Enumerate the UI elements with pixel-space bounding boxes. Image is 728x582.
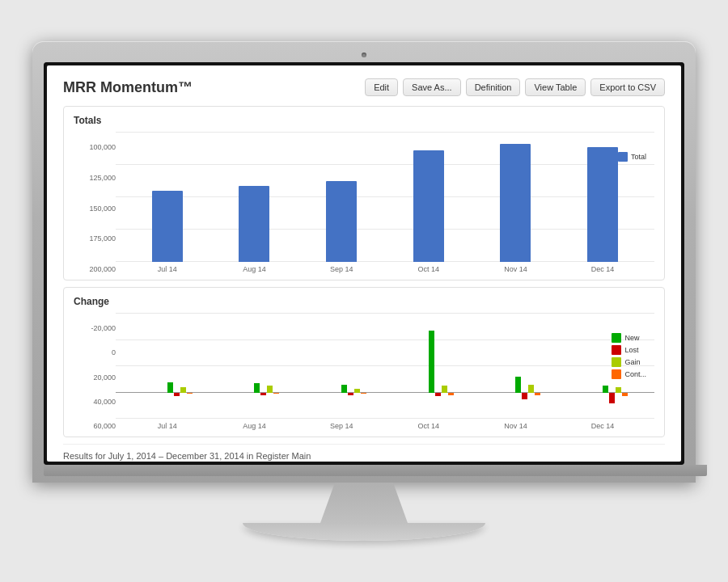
totals-y-label: 175,000 [74, 235, 116, 242]
view-table-button[interactable]: View Table [525, 78, 586, 96]
totals-bars-container [116, 133, 654, 262]
totals-chart-plot [116, 133, 654, 262]
change-bar-cont [622, 393, 628, 397]
monitor-body: MRR Momentum™ Edit Save As... Definition… [32, 41, 696, 483]
totals-chart-inner: 200,000175,000150,000125,000100,000 Jul … [74, 133, 654, 273]
totals-bar [413, 150, 444, 262]
totals-bar-group [239, 186, 269, 262]
change-legend-item: Lost [612, 345, 646, 355]
change-x-labels: Jul 14Aug 14Sep 14Oct 14Nov 14Dec 14 [116, 422, 654, 430]
save-as-button[interactable]: Save As... [403, 78, 461, 96]
change-bar-lost [522, 393, 527, 399]
totals-bar [326, 181, 357, 262]
change-bars-container [116, 314, 654, 419]
change-x-label: Dec 14 [578, 422, 627, 430]
totals-x-label: Nov 14 [491, 265, 540, 273]
change-bar-gain [616, 387, 621, 393]
change-legend-label: Gain [624, 358, 640, 366]
change-y-label: 0 [74, 349, 116, 356]
change-bar-gain [267, 386, 273, 392]
stand-base [243, 523, 485, 541]
totals-chart-title: Totals [74, 115, 654, 126]
change-bar-lost [174, 393, 180, 397]
export-csv-button[interactable]: Export to CSV [590, 78, 665, 96]
totals-x-label: Oct 14 [404, 265, 453, 273]
change-bar-gain [528, 385, 534, 393]
change-chart-section: Change 60,00040,00020,0000-20,000 Jul 14… [63, 287, 665, 437]
change-y-label: 60,000 [74, 423, 116, 430]
change-y-label: 20,000 [74, 374, 116, 382]
change-bar-lost [609, 393, 615, 403]
change-bar-gain [442, 386, 447, 392]
totals-y-axis: 200,000175,000150,000125,000100,000 [74, 144, 116, 273]
change-x-label: Jul 14 [143, 422, 192, 430]
totals-y-label: 100,000 [74, 144, 116, 151]
totals-legend-label: Total [631, 153, 646, 161]
totals-bar [239, 186, 269, 262]
change-bar-new [603, 386, 608, 392]
change-legend-label: Cont... [624, 370, 646, 378]
edit-button[interactable]: Edit [365, 78, 398, 96]
charts-area: Totals 200,000175,000150,000125,000100,0… [63, 106, 665, 437]
change-bar-new [254, 383, 260, 392]
change-bar-new [167, 382, 173, 393]
totals-chart-section: Totals 200,000175,000150,000125,000100,0… [63, 106, 665, 280]
camera-dot [362, 53, 366, 57]
change-bar-cont [535, 393, 540, 395]
definition-button[interactable]: Definition [466, 78, 521, 96]
totals-x-label: Dec 14 [578, 265, 627, 273]
screen-bezel: MRR Momentum™ Edit Save As... Definition… [44, 62, 684, 465]
change-bar-new [341, 385, 347, 393]
change-x-label: Nov 14 [491, 422, 540, 430]
totals-y-label: 200,000 [74, 266, 116, 273]
totals-bar [500, 144, 531, 262]
totals-bar [587, 147, 618, 262]
change-chart-plot [116, 314, 654, 419]
change-bar-new [429, 331, 434, 392]
totals-bar-group [413, 150, 444, 262]
totals-bar-group [152, 191, 183, 262]
change-bar-new [515, 377, 521, 393]
change-legend-color [612, 333, 621, 343]
app-header: MRR Momentum™ Edit Save As... Definition… [63, 78, 665, 96]
change-legend-item: Gain [612, 357, 646, 367]
change-legend: NewLostGainCont... [612, 333, 646, 379]
totals-x-label: Jul 14 [143, 265, 192, 273]
totals-y-label: 150,000 [74, 205, 116, 213]
change-x-label: Oct 14 [404, 422, 453, 430]
totals-legend-item: Total [618, 152, 646, 162]
app-title: MRR Momentum™ [63, 79, 193, 96]
change-bar-cont [361, 393, 366, 394]
monitor-wrapper: MRR Momentum™ Edit Save As... Definition… [32, 41, 696, 541]
totals-bar-group [587, 147, 618, 262]
totals-bar [152, 191, 183, 262]
app-container: MRR Momentum™ Edit Save As... Definition… [47, 65, 681, 462]
change-legend-item: Cont... [612, 369, 646, 379]
change-bar-cont [273, 393, 279, 394]
monitor-bottom [44, 465, 707, 476]
change-legend-color [612, 357, 621, 367]
change-bar-gain [180, 387, 186, 393]
totals-legend: Total [618, 152, 646, 162]
change-bar-lost [348, 393, 353, 395]
change-y-axis: 60,00040,00020,0000-20,000 [74, 325, 116, 430]
change-x-label: Aug 14 [230, 422, 278, 430]
change-bar-gain [354, 389, 360, 393]
stand-neck [315, 483, 413, 523]
change-x-label: Sep 14 [317, 422, 366, 430]
change-bar-cont [448, 393, 454, 395]
change-legend-item: New [612, 333, 646, 343]
change-y-label: -20,000 [74, 325, 116, 332]
change-legend-color [612, 369, 621, 379]
change-chart-inner: 60,00040,00020,0000-20,000 Jul 14Aug 14S… [74, 314, 654, 430]
toolbar: Edit Save As... Definition View Table Ex… [365, 78, 665, 96]
results-text: Results for July 1, 2014 – December 31, … [63, 444, 665, 461]
screen: MRR Momentum™ Edit Save As... Definition… [47, 65, 681, 462]
change-y-label: 40,000 [74, 399, 116, 406]
totals-bar-group [326, 181, 357, 262]
totals-bar-group [500, 144, 531, 262]
change-legend-color [612, 345, 621, 355]
change-bar-lost [435, 393, 441, 397]
monitor-top-bar [44, 53, 684, 57]
change-legend-label: Lost [624, 346, 638, 354]
